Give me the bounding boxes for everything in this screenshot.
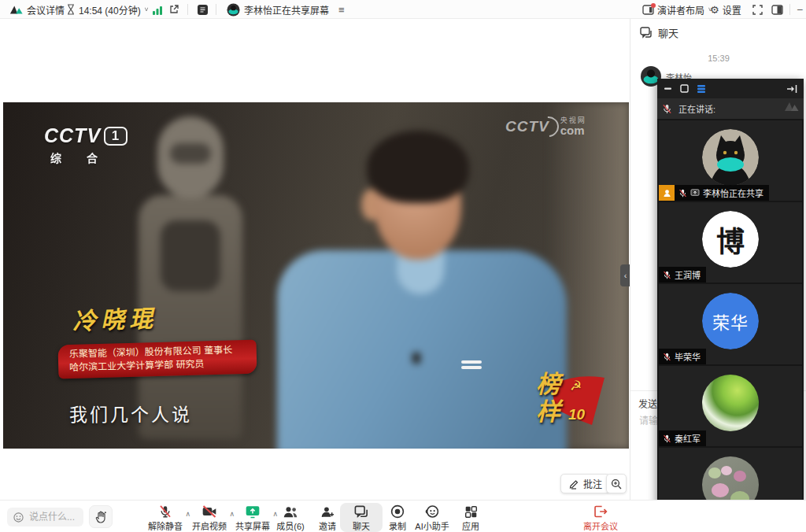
participant-name: 李林怡正在共享 — [703, 187, 763, 199]
zoom-in-button[interactable] — [606, 474, 627, 493]
smiley-icon — [13, 512, 24, 523]
unmute-button[interactable]: 解除静音 ∧ — [144, 503, 187, 532]
camera-off-icon — [202, 503, 217, 519]
invite-label: 邀请 — [319, 519, 336, 532]
robot-visor — [170, 143, 211, 164]
channel-number-badge: 1 — [104, 127, 128, 146]
hourglass-icon — [66, 0, 76, 19]
participant-name: 毕荣华 — [675, 350, 701, 363]
party-emblem-icon: ☭ — [570, 378, 582, 394]
speaking-label: 正在讲话: — [678, 102, 715, 115]
chat-bubble-icon — [640, 27, 653, 39]
speaking-status-row: 正在讲话: — [657, 98, 804, 119]
lapel-microphone — [412, 353, 420, 364]
meeting-details-button[interactable]: 会议详情 — [27, 0, 65, 19]
minimize-view-icon[interactable] — [664, 84, 672, 93]
layout-switcher[interactable]: 演讲者布局 ∨ — [642, 0, 713, 19]
annotate-button[interactable]: 批注 — [560, 474, 610, 493]
chevron-left-icon: ‹ — [624, 271, 627, 280]
docs-icon[interactable] — [197, 0, 209, 19]
settings-button[interactable]: ⚙ 设置 — [710, 0, 741, 19]
caret-down-icon: ∨ — [144, 6, 150, 13]
microphone-muted-icon — [663, 271, 671, 279]
microphone-muted-icon — [663, 353, 671, 361]
microphone-muted-icon — [662, 104, 672, 114]
program-logo-text: 榜样 — [529, 371, 564, 427]
participant-tile[interactable]: 秦红军 — [659, 366, 802, 446]
participant-avatar-photo-green — [702, 375, 759, 431]
annotate-label: 批注 — [583, 477, 602, 490]
gallery-view-icon[interactable] — [680, 84, 689, 93]
ai-assistant-label: AI小助手 — [415, 519, 449, 532]
layout-icon — [642, 5, 654, 15]
leave-meeting-label: 离开会议 — [583, 519, 618, 532]
cctv-com-watermark: CCTV 央视网 com — [505, 116, 586, 137]
meeting-timer[interactable]: 14:54 (40分钟) ∨ — [79, 0, 149, 19]
speaker-hair — [367, 131, 469, 203]
participants-panel[interactable]: 正在讲话: 李林怡正在共享 博 — [657, 79, 804, 527]
sharing-more-icon[interactable]: ≡ — [338, 0, 345, 19]
avatar-character: 博 — [716, 219, 745, 260]
leave-meeting-button[interactable]: 离开会议 — [579, 503, 622, 532]
speaker-title-banner: 乐聚智能（深圳）股份有限公司 董事长 哈尔滨工业大学计算学部 研究员 — [57, 340, 257, 379]
chat-bubble-icon — [354, 503, 368, 519]
quick-message-box[interactable] — [7, 508, 83, 526]
share-screen-button[interactable]: 共享屏幕 ∧ — [231, 503, 274, 532]
ai-assistant-button[interactable]: AI小助手 — [411, 503, 453, 532]
members-label: 成员(6) — [276, 519, 304, 532]
bottom-toolbar: 解除静音 ∧ 开启视频 ∧ 共享屏幕 ∧ 成员(6) — [0, 500, 806, 532]
top-bar: 会议详情 14:54 (40分钟) ∨ 李林怡正在共享屏幕 ≡ — [0, 0, 806, 19]
microphone-muted-icon — [678, 189, 687, 198]
app-logo-icon — [9, 0, 24, 19]
apps-button[interactable]: 应用 — [449, 503, 492, 532]
timer-label: 14:54 (40分钟) — [79, 3, 141, 17]
microphone-muted-icon — [663, 434, 671, 443]
raised-hand-icon — [95, 511, 107, 523]
network-signal-icon[interactable] — [152, 0, 163, 19]
invite-icon — [320, 503, 335, 519]
share-screen-label: 共享屏幕 — [235, 519, 270, 532]
participant-tile[interactable]: 博 王润博 — [659, 202, 802, 283]
program-logo: ☭ 10 榜样 — [529, 371, 616, 444]
screen-sharing-icon — [690, 189, 700, 197]
chat-title: 聊天 — [658, 25, 678, 40]
fullscreen-icon[interactable] — [752, 0, 763, 19]
participant-tile[interactable]: 李林怡正在共享 — [659, 120, 802, 201]
apps-label: 应用 — [462, 519, 479, 532]
collapse-panel-icon[interactable] — [786, 84, 797, 94]
sharing-status-label: 李林怡正在共享屏幕 — [244, 3, 329, 17]
meeting-details-label: 会议详情 — [27, 3, 65, 17]
unmute-label: 解除静音 — [148, 519, 183, 532]
chat-header: 聊天 — [640, 25, 678, 40]
participants-panel-header — [657, 79, 804, 98]
raise-hand-button[interactable] — [89, 505, 113, 528]
channel-logo: CCTV 1 综 合 — [44, 124, 128, 165]
record-icon — [390, 503, 405, 519]
start-video-button[interactable]: 开启视频 ∧ — [188, 503, 231, 532]
list-view-icon[interactable] — [697, 84, 706, 94]
record-label: 录制 — [389, 519, 406, 532]
chat-timestamp: 15:39 — [630, 54, 806, 63]
members-button[interactable]: 成员(6) — [269, 503, 312, 532]
hamburger-glyph: ≡ — [338, 4, 345, 16]
channel-subtitle: 综 合 — [50, 150, 128, 165]
minimize-icon[interactable]: – — [797, 0, 803, 19]
share-screen-icon — [245, 503, 261, 519]
gear-icon: ⚙ — [710, 4, 719, 16]
topbar-divider — [789, 4, 790, 15]
program-logo-number: 10 — [568, 406, 585, 423]
participant-name: 王润博 — [675, 268, 701, 281]
participant-avatar-cat — [702, 129, 759, 186]
meeting-window: 会议详情 14:54 (40分钟) ∨ 李林怡正在共享屏幕 ≡ — [0, 0, 806, 532]
topbar-divider — [187, 4, 188, 15]
settings-label: 设置 — [723, 3, 741, 17]
share-window-icon[interactable] — [168, 0, 179, 19]
shared-screen-video[interactable]: CCTV 1 综 合 CCTV 央视网 com 冷晓琨 乐聚智能（深圳）股份有限… — [3, 102, 629, 449]
quick-message-input[interactable] — [28, 511, 76, 523]
shirt-logo — [461, 360, 482, 370]
host-badge-icon — [659, 185, 675, 201]
participant-tile[interactable]: 荣华 毕荣华 — [659, 284, 802, 364]
participant-avatar-ronghua: 荣华 — [702, 293, 759, 349]
side-panel-toggle-icon[interactable] — [771, 0, 783, 19]
avatar-characters: 荣华 — [712, 308, 749, 334]
